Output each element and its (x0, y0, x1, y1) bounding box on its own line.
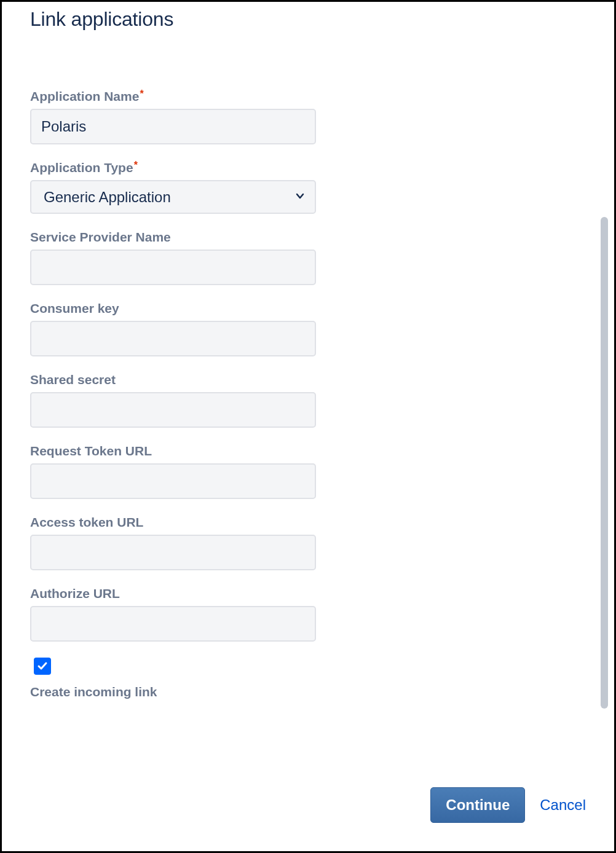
continue-button[interactable]: Continue (430, 787, 525, 823)
application-type-select-wrapper: Generic Application (30, 180, 316, 214)
application-type-value: Generic Application (44, 189, 171, 206)
required-asterisk-icon: * (140, 88, 143, 99)
service-provider-name-label: Service Provider Name (30, 230, 586, 245)
application-name-input[interactable] (30, 109, 316, 144)
service-provider-name-input[interactable] (30, 250, 316, 285)
application-name-label: Application Name* (30, 89, 586, 104)
access-token-url-label: Access token URL (30, 515, 586, 530)
access-token-url-group: Access token URL (30, 515, 586, 570)
dialog-title: Link applications (2, 2, 614, 31)
authorize-url-label: Authorize URL (30, 586, 586, 601)
link-applications-dialog: Link applications Application Name* Appl… (0, 0, 616, 853)
application-name-group: Application Name* (30, 89, 586, 144)
application-type-label: Application Type* (30, 160, 586, 175)
authorize-url-group: Authorize URL (30, 586, 586, 642)
create-incoming-link-label: Create incoming link (30, 685, 586, 699)
shared-secret-label: Shared secret (30, 372, 586, 387)
application-type-select[interactable]: Generic Application (30, 180, 316, 214)
application-type-label-text: Application Type (30, 160, 133, 175)
authorize-url-input[interactable] (30, 606, 316, 642)
service-provider-name-group: Service Provider Name (30, 230, 586, 285)
create-incoming-link-checkbox[interactable] (34, 658, 51, 675)
check-icon (37, 661, 48, 672)
shared-secret-input[interactable] (30, 392, 316, 428)
consumer-key-input[interactable] (30, 321, 316, 356)
request-token-url-label: Request Token URL (30, 444, 586, 458)
scrollbar-thumb[interactable] (601, 217, 608, 709)
application-type-group: Application Type* Generic Application (30, 160, 586, 214)
request-token-url-input[interactable] (30, 463, 316, 499)
consumer-key-label: Consumer key (30, 301, 586, 316)
form-area: Application Name* Application Type* Gene… (30, 46, 586, 699)
cancel-button[interactable]: Cancel (540, 796, 586, 814)
consumer-key-group: Consumer key (30, 301, 586, 356)
required-asterisk-icon: * (134, 160, 138, 170)
create-incoming-link-group: Create incoming link (30, 658, 586, 699)
request-token-url-group: Request Token URL (30, 444, 586, 499)
access-token-url-input[interactable] (30, 535, 316, 570)
dialog-footer: Continue Cancel (2, 769, 614, 851)
shared-secret-group: Shared secret (30, 372, 586, 428)
dialog-scroll-content: Application Name* Application Type* Gene… (2, 46, 614, 851)
application-name-label-text: Application Name (30, 89, 139, 103)
